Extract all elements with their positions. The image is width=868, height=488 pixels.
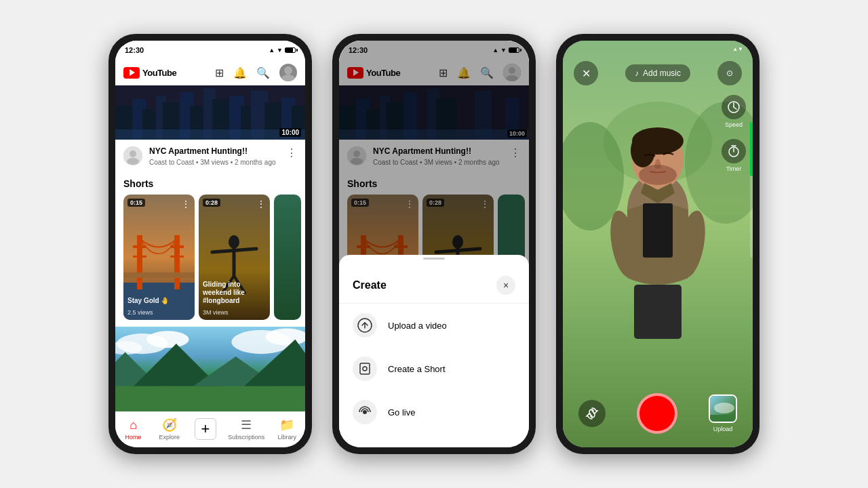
modal-header: Create ×	[339, 265, 529, 304]
library-icon: 📁	[279, 418, 294, 432]
camera-status-bar: ▲▼	[563, 46, 753, 52]
channel-avatar[interactable]	[123, 146, 142, 165]
svg-rect-25	[174, 235, 180, 289]
short-views-2: 3M views	[203, 309, 229, 316]
add-music-label: Add music	[643, 68, 681, 78]
modal-item-short[interactable]: Create a Short	[339, 347, 529, 390]
explore-label: Explore	[159, 434, 180, 441]
search-icon[interactable]: 🔍	[256, 66, 270, 79]
video-title-1: NYC Apartment Hunting!!	[149, 146, 279, 157]
status-time-1: 12:30	[125, 46, 144, 54]
record-button[interactable]	[637, 393, 677, 434]
video-thumbnail-1[interactable]: 10:00	[115, 85, 305, 140]
flip-camera-button[interactable]	[578, 400, 606, 427]
svg-point-20	[130, 150, 136, 157]
modal-item-live[interactable]: Go live	[339, 390, 529, 434]
svg-point-83	[363, 367, 367, 371]
svg-rect-27	[133, 245, 146, 248]
upload-label: Upload a video	[388, 321, 447, 331]
create-modal: Create × Upload a video	[339, 255, 529, 447]
short-duration-2: 0:28	[203, 199, 220, 207]
video-info-1: NYC Apartment Hunting!! Coast to Coast •…	[149, 146, 279, 166]
youtube-logo: YouTube	[123, 67, 176, 79]
subscriptions-icon: ☰	[241, 418, 252, 432]
avatar-icon[interactable]	[279, 64, 297, 81]
shorts-row-1: 0:15 ⋮ Stay Gold 🤚 2.5 views	[123, 195, 297, 320]
youtube-logo-icon	[123, 67, 140, 79]
modal-title: Create	[353, 279, 387, 291]
status-bar-1: 12:30 ▲ ▼	[115, 41, 305, 60]
phone-1: 12:30 ▲ ▼ YouTube ⊞ 🔔 🔍	[108, 34, 312, 454]
svg-rect-24	[137, 235, 142, 289]
bell-icon[interactable]: 🔔	[233, 66, 247, 79]
go-live-label: Go live	[388, 407, 415, 418]
modal-close-button[interactable]: ×	[496, 276, 515, 295]
speed-button[interactable]: ⊙	[717, 61, 742, 85]
camera-screen: ▲▼ ✕ ♪ Add music ⊙	[563, 41, 753, 447]
upload-icon	[353, 313, 377, 338]
youtube-play-icon	[130, 69, 135, 76]
phone-1-screen: 12:30 ▲ ▼ YouTube ⊞ 🔔 🔍	[115, 41, 305, 447]
video-more-icon[interactable]: ⋮	[286, 146, 297, 159]
svg-point-102	[714, 403, 734, 413]
camera-right-controls: Speed Timer	[722, 95, 746, 172]
library-label: Library	[278, 434, 297, 441]
short-title-1: Stay Gold 🤚	[127, 297, 191, 305]
nav-home[interactable]: ⌂ Home	[120, 418, 147, 441]
nav-library[interactable]: 📁 Library	[273, 418, 300, 441]
landscape-thumbnail[interactable]	[115, 327, 305, 411]
svg-point-40	[146, 331, 189, 348]
video-meta-1: Coast to Coast • 3M views • 2 months ago	[149, 159, 279, 166]
svg-rect-103	[710, 415, 737, 423]
music-note-icon: ♪	[635, 68, 639, 78]
svg-point-1	[281, 75, 295, 81]
short-more-2[interactable]: ⋮	[256, 199, 266, 209]
svg-point-21	[127, 158, 139, 165]
modal-drag-handle	[339, 255, 529, 265]
youtube-header-1: YouTube ⊞ 🔔 🔍	[115, 60, 305, 85]
svg-point-93	[631, 134, 655, 167]
video-card-1: NYC Apartment Hunting!! Coast to Coast •…	[115, 140, 305, 173]
svg-rect-82	[360, 363, 370, 374]
upload-button[interactable]: Upload	[709, 394, 737, 432]
go-live-icon	[353, 400, 377, 424]
svg-rect-28	[170, 245, 184, 248]
short-partial[interactable]	[274, 195, 301, 320]
upload-label: Upload	[713, 426, 733, 432]
status-icons-1: ▲ ▼	[269, 47, 296, 54]
recording-progress-track	[750, 122, 753, 258]
nav-subscriptions[interactable]: ☰ Subscriptions	[228, 418, 264, 441]
youtube-logo-text: YouTube	[142, 68, 176, 78]
upload-thumbnail	[709, 394, 737, 423]
modal-overlay[interactable]: Create × Upload a video	[339, 41, 529, 447]
short-views-1: 2.5 views	[127, 309, 153, 316]
short-more-1[interactable]: ⋮	[181, 199, 191, 209]
subscriptions-label: Subscriptions	[228, 434, 264, 441]
signal-icon: ▲	[269, 47, 275, 54]
home-icon: ⌂	[130, 418, 137, 432]
timer-control[interactable]: Timer	[722, 139, 746, 172]
camera-close-button[interactable]: ✕	[574, 61, 598, 85]
add-music-button[interactable]: ♪ Add music	[625, 64, 690, 82]
phone-2-screen: 12:30 ▲ ▼ YouTube ⊞ 🔔 🔍	[339, 41, 529, 447]
camera-status-icons: ▲▼	[732, 46, 743, 52]
modal-item-upload[interactable]: Upload a video	[339, 304, 529, 347]
phone-3: ▲▼ ✕ ♪ Add music ⊙	[556, 34, 760, 454]
drag-line	[423, 258, 445, 260]
cast-icon[interactable]: ⊞	[215, 66, 224, 79]
home-label: Home	[125, 434, 142, 441]
speed-control[interactable]: Speed	[722, 95, 746, 128]
short-card-2[interactable]: 0:28 ⋮ Gliding into weekend like #longbo…	[199, 195, 270, 320]
svg-rect-18	[115, 129, 305, 140]
close-icon: ×	[503, 280, 509, 291]
svg-point-94	[639, 165, 677, 185]
create-plus-icon[interactable]: +	[195, 418, 216, 440]
short-card-1[interactable]: 0:15 ⋮ Stay Gold 🤚 2.5 views	[123, 195, 195, 320]
cam-signal: ▲▼	[732, 46, 743, 52]
svg-point-0	[284, 66, 292, 75]
short-duration-1: 0:15	[127, 199, 145, 207]
nav-explore[interactable]: 🧭 Explore	[156, 418, 183, 441]
timer-icon	[722, 139, 746, 163]
nav-create[interactable]: +	[192, 418, 219, 440]
wifi-icon: ▼	[277, 47, 283, 54]
